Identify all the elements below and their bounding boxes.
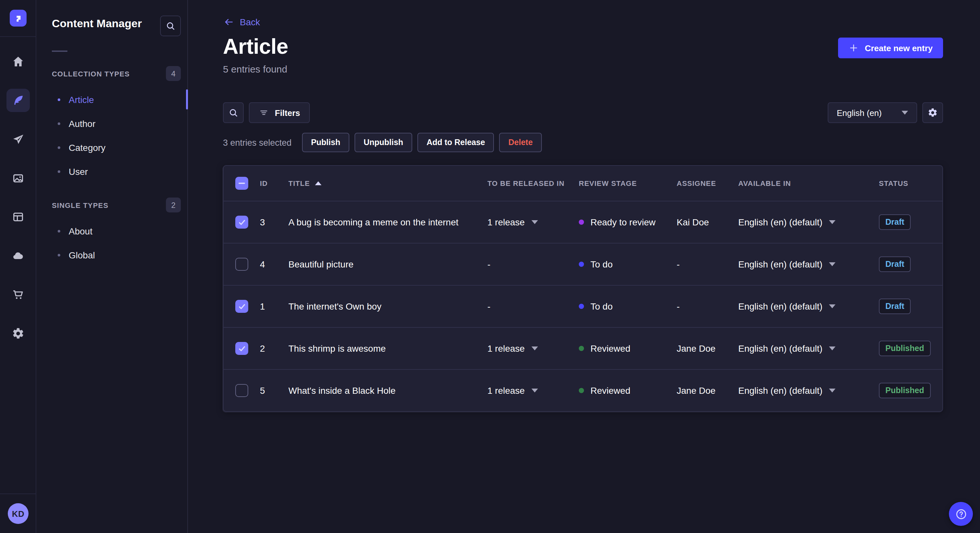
cell-id: 4 [260, 259, 288, 270]
cell-review-stage: Reviewed [579, 385, 677, 396]
cell-title: Beautiful picture [288, 259, 487, 270]
sidebar-item-article[interactable]: Article [36, 87, 187, 111]
releases-icon[interactable] [6, 128, 30, 151]
chevron-down-icon [829, 346, 835, 351]
unpublish-button[interactable]: Unpublish [355, 133, 412, 152]
marketplace-cart-icon[interactable] [6, 283, 30, 306]
cell-available-in[interactable]: English (en) (default) [738, 217, 879, 227]
column-header-assignee[interactable]: ASSIGNEE [677, 179, 738, 187]
main-nav-rail: KD [0, 0, 36, 533]
table-row[interactable]: 4 Beautiful picture - To do - English (e… [224, 243, 942, 285]
cell-status: Draft [879, 298, 942, 314]
content-manager-icon[interactable] [6, 89, 30, 112]
cell-status: Draft [879, 214, 942, 230]
cell-available-in[interactable]: English (en) (default) [738, 385, 879, 396]
cell-available-in[interactable]: English (en) (default) [738, 301, 879, 311]
column-header-id[interactable]: ID [260, 179, 288, 187]
cell-assignee: - [677, 259, 738, 270]
section-label: COLLECTION TYPES [52, 70, 130, 78]
column-header-status[interactable]: STATUS [879, 179, 942, 187]
row-checkbox[interactable] [235, 216, 248, 228]
row-checkbox[interactable] [235, 300, 248, 313]
help-button[interactable] [949, 502, 973, 526]
table-row[interactable]: 1 The internet's Own boy - To do - Engli… [224, 285, 942, 327]
sidebar-item-global[interactable]: Global [36, 243, 187, 267]
create-new-entry-button[interactable]: Create new entry [838, 38, 943, 58]
cell-release[interactable]: - [487, 301, 579, 311]
cell-id: 1 [260, 301, 288, 311]
column-header-available-in[interactable]: AVAILABLE IN [738, 179, 879, 187]
collection-types-section: COLLECTION TYPES 4 Article Author Catego… [36, 66, 187, 183]
stage-dot-icon [579, 262, 584, 267]
plus-icon [848, 43, 859, 53]
stage-dot-icon [579, 219, 584, 225]
search-button[interactable] [223, 102, 244, 123]
column-header-title[interactable]: TITLE [288, 179, 487, 187]
cell-id: 5 [260, 385, 288, 396]
bullet-icon [58, 230, 60, 232]
rail-user-section: KD [0, 493, 36, 533]
cell-release[interactable]: 1 release [487, 217, 579, 227]
status-badge: Draft [879, 214, 911, 230]
strapi-logo[interactable] [10, 10, 26, 27]
avatar[interactable]: KD [8, 503, 29, 524]
media-library-icon[interactable] [6, 167, 30, 190]
sidebar-search-button[interactable] [160, 16, 181, 36]
sidebar-item-category[interactable]: Category [36, 135, 187, 159]
content-type-builder-icon[interactable] [6, 205, 30, 228]
cell-available-in[interactable]: English (en) (default) [738, 343, 879, 354]
stage-dot-icon [579, 346, 584, 351]
deploy-cloud-icon[interactable] [6, 244, 30, 268]
entries-table: ID TITLE TO BE RELEASED IN REVIEW STAGE … [223, 165, 943, 412]
home-icon[interactable] [6, 50, 30, 73]
cell-release[interactable]: 1 release [487, 343, 579, 354]
sidebar-item-about[interactable]: About [36, 219, 187, 243]
cell-release[interactable]: 1 release [487, 385, 579, 396]
back-link[interactable]: Back [224, 17, 260, 27]
sidebar-item-user[interactable]: User [36, 159, 187, 183]
search-icon [228, 108, 239, 118]
page-title: Article [223, 34, 288, 59]
main-content: Back Article 5 entries found Create new … [223, 0, 943, 533]
sidebar-divider [52, 51, 67, 52]
table-row[interactable]: 2 This shrimp is awesome 1 release Revie… [224, 327, 942, 369]
cell-review-stage: To do [579, 301, 677, 311]
publish-button[interactable]: Publish [302, 133, 349, 152]
column-header-review-stage[interactable]: REVIEW STAGE [579, 179, 677, 187]
cell-status: Published [879, 383, 942, 398]
filter-icon [259, 108, 269, 118]
select-all-checkbox[interactable] [235, 177, 248, 190]
settings-gear-icon[interactable] [6, 322, 30, 345]
chevron-down-icon [829, 389, 835, 392]
list-settings-button[interactable] [922, 102, 943, 123]
app-window: KD Content Manager COLLECTION TYPES 4 Ar… [0, 0, 980, 533]
cell-review-stage: Ready to review [579, 217, 677, 227]
table-row[interactable]: 3 A bug is becoming a meme on the intern… [224, 201, 942, 243]
sidebar-item-author[interactable]: Author [36, 111, 187, 135]
bullet-icon [58, 254, 60, 256]
chevron-down-icon [829, 262, 835, 266]
question-mark-icon [955, 508, 967, 520]
column-header-release[interactable]: TO BE RELEASED IN [487, 179, 579, 187]
entries-count: 5 entries found [223, 63, 288, 75]
cell-available-in[interactable]: English (en) (default) [738, 259, 879, 270]
row-checkbox[interactable] [235, 258, 248, 271]
stage-dot-icon [579, 304, 584, 309]
add-to-release-button[interactable]: Add to Release [417, 133, 494, 152]
active-indicator [186, 89, 188, 109]
row-checkbox[interactable] [235, 342, 248, 355]
locale-select[interactable]: English (en) [828, 102, 917, 123]
status-badge: Published [879, 383, 931, 398]
cell-id: 2 [260, 343, 288, 354]
status-badge: Published [879, 341, 931, 356]
row-checkbox[interactable] [235, 384, 248, 397]
cell-assignee: Jane Doe [677, 343, 738, 354]
table-row[interactable]: 5 What's inside a Black Hole 1 release R… [224, 369, 942, 411]
filters-button[interactable]: Filters [249, 102, 310, 123]
cell-release[interactable]: - [487, 259, 579, 270]
cell-assignee: - [677, 301, 738, 311]
bullet-icon [58, 170, 60, 173]
section-count-badge: 4 [166, 66, 181, 81]
bullet-icon [58, 146, 60, 149]
delete-button[interactable]: Delete [500, 133, 542, 152]
